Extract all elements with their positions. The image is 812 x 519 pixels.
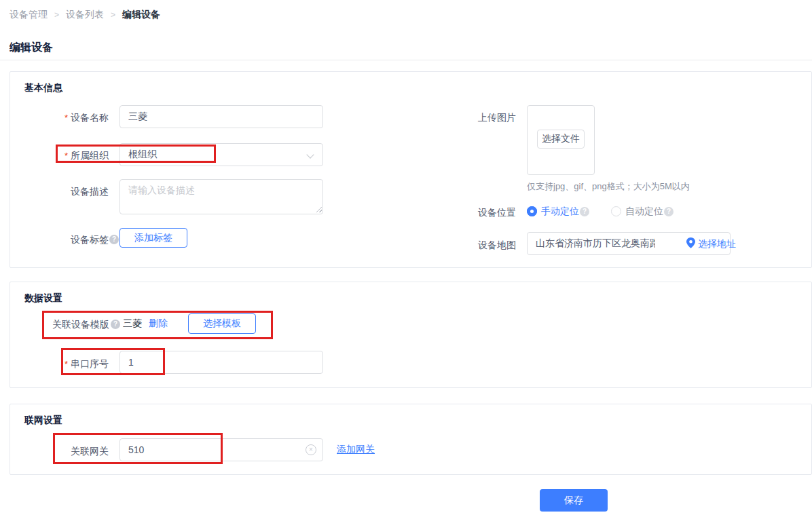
tags-label: 设备标签 [10, 233, 109, 246]
save-button[interactable]: 保存 [540, 489, 608, 512]
data-settings-title: 数据设置 [24, 292, 62, 305]
breadcrumb: 设备管理 > 设备列表 > 编辑设备 [10, 9, 160, 21]
description-textarea[interactable] [119, 179, 323, 214]
basic-info-panel: 基本信息 *设备名称 *所属组织 根组织 设备描述 设备标签 ? 添加标签 上传… [10, 71, 812, 268]
edit-device-page: 设备管理 > 设备列表 > 编辑设备 编辑设备 基本信息 *设备名称 *所属组织… [0, 0, 812, 519]
required-mark: * [64, 113, 68, 123]
auto-location-radio[interactable] [611, 206, 621, 216]
description-label: 设备描述 [10, 185, 109, 198]
breadcrumb-device-management[interactable]: 设备管理 [10, 9, 48, 21]
data-settings-panel: 数据设置 关联设备模版 ? 三菱 删除 选择模板 *串口序号 [10, 282, 812, 388]
gateway-label: 关联网关 [10, 444, 109, 458]
device-name-input[interactable] [119, 105, 323, 128]
breadcrumb-edit-device: 编辑设备 [122, 9, 160, 21]
page-title: 编辑设备 [10, 41, 53, 55]
manual-location-radio[interactable] [527, 206, 537, 216]
auto-location-help-icon[interactable]: ? [664, 207, 673, 216]
location-pin-icon[interactable] [686, 237, 695, 248]
gateway-input[interactable] [119, 438, 323, 461]
clear-icon[interactable]: × [306, 444, 316, 455]
upload-hint: 仅支持jpg、gif、png格式；大小为5M以内 [527, 180, 690, 193]
map-label: 设备地图 [478, 238, 516, 252]
network-settings-title: 联网设置 [24, 415, 62, 427]
choose-address-link[interactable]: 选择地址 [698, 238, 736, 250]
organization-selected-value: 根组织 [128, 149, 157, 161]
add-tag-button[interactable]: 添加标签 [119, 228, 187, 248]
manual-location-help-icon[interactable]: ? [580, 207, 589, 216]
title-divider [0, 60, 812, 60]
basic-info-title: 基本信息 [24, 82, 62, 94]
template-delete-link[interactable]: 删除 [149, 318, 168, 330]
template-value: 三菱 [123, 318, 142, 330]
breadcrumb-separator: > [54, 10, 59, 20]
template-label: 关联设备模版 [10, 318, 109, 331]
serial-label: *串口序号 [10, 357, 109, 371]
upload-image-label: 上传图片 [478, 111, 516, 124]
network-settings-panel: 联网设置 关联网关 × 添加网关 [10, 404, 812, 475]
breadcrumb-device-list[interactable]: 设备列表 [66, 9, 104, 21]
auto-location-radio-label[interactable]: 自动定位 [625, 206, 663, 218]
organization-select[interactable]: 根组织 [119, 143, 323, 166]
template-help-icon[interactable]: ? [111, 320, 120, 329]
required-mark: * [64, 151, 68, 161]
organization-label: *所属组织 [10, 149, 109, 163]
chevron-down-icon [306, 151, 314, 158]
tags-help-icon[interactable]: ? [109, 235, 119, 244]
location-label: 设备位置 [478, 206, 516, 219]
serial-number-input[interactable] [119, 351, 323, 374]
device-name-label: *设备名称 [10, 111, 109, 125]
required-mark: * [64, 359, 68, 369]
add-gateway-link[interactable]: 添加网关 [337, 444, 375, 456]
manual-location-radio-label[interactable]: 手动定位 [541, 206, 579, 218]
select-template-button[interactable]: 选择模板 [188, 313, 256, 334]
breadcrumb-separator: > [111, 10, 115, 20]
choose-file-button[interactable]: 选择文件 [537, 130, 585, 149]
